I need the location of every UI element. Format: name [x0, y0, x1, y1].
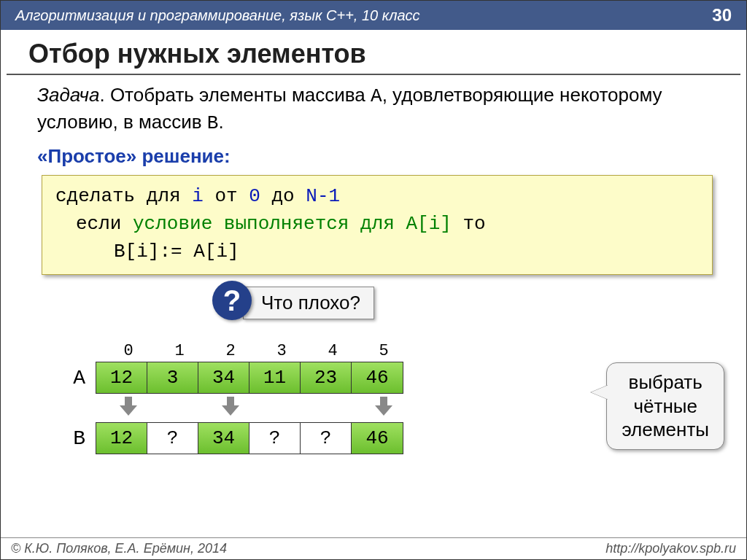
task-paragraph: Задача. Отобрать элементы массива A, удо… — [37, 82, 717, 136]
a-cell-1: 3 — [147, 362, 198, 393]
idx-0: 0 — [103, 342, 154, 360]
footer: © К.Ю. Поляков, Е.А. Ерёмин, 2014 http:/… — [1, 537, 746, 559]
speech-l3: элементы — [622, 418, 709, 442]
a-cell-3: 11 — [249, 362, 301, 393]
arrays-diagram: 0 1 2 3 4 5 A 12 3 34 11 23 46 — [37, 342, 717, 454]
idx-4: 4 — [307, 342, 358, 360]
b-cell-3: ? — [249, 423, 301, 454]
a-cell-2: 34 — [198, 362, 249, 393]
down-arrow-icon — [120, 397, 136, 414]
code-line-1: сделать для i от 0 до N-1 — [55, 183, 699, 211]
code-l1d: 0 — [249, 185, 260, 207]
task-arr-b: B — [207, 112, 219, 134]
course-title: Алгоритмизация и программирование, язык … — [15, 7, 420, 24]
index-row: 0 1 2 3 4 5 — [103, 342, 717, 360]
b-cell-4: ? — [301, 423, 352, 454]
content-area: Задача. Отобрать элементы массива A, удо… — [1, 75, 746, 454]
b-cell-0: 12 — [96, 423, 147, 454]
a-cell-4: 23 — [301, 362, 352, 393]
slide-title: Отбор нужных элементов — [7, 30, 740, 75]
page-number: 30 — [712, 5, 732, 26]
array-b-label: B — [37, 427, 96, 450]
subheading: «Простое» решение: — [37, 145, 717, 168]
question-mark-icon: ? — [212, 281, 252, 320]
code-line-3: B[i]:= A[i] — [55, 238, 699, 266]
code-l1c: от — [204, 185, 249, 207]
down-arrow-icon — [222, 397, 239, 414]
array-a-label: A — [37, 367, 96, 389]
code-l1f: N-1 — [306, 185, 340, 207]
down-arrow-icon — [376, 397, 392, 414]
code-l1b: i — [192, 185, 204, 207]
code-l2b: условие выполняется для A[i] — [133, 213, 452, 235]
a-cell-5: 46 — [352, 362, 403, 393]
copyright: © К.Ю. Поляков, Е.А. Ерёмин, 2014 — [11, 541, 227, 556]
code-l2a: если — [76, 213, 133, 235]
code-l3: B[i]:= A[i] — [114, 241, 239, 262]
idx-1: 1 — [154, 342, 205, 360]
task-t3: . — [218, 111, 223, 133]
speech-l2: чётные — [622, 394, 709, 419]
code-l2c: то — [452, 213, 486, 235]
code-l1a: сделать для — [55, 185, 192, 207]
slide: Алгоритмизация и программирование, язык … — [0, 0, 747, 560]
task-label: Задача — [37, 84, 99, 106]
code-l1e: до — [260, 185, 306, 207]
idx-5: 5 — [358, 342, 409, 360]
b-cell-5: 46 — [352, 423, 403, 454]
header-bar: Алгоритмизация и программирование, язык … — [1, 1, 746, 30]
question-text: Что плохо? — [243, 287, 374, 319]
speech-bubble: выбрать чётные элементы — [606, 362, 724, 450]
question-callout: ? Что плохо? — [37, 285, 717, 329]
code-box: сделать для i от 0 до N-1 если условие в… — [42, 175, 713, 275]
array-b-cells: 12 ? 34 ? ? 46 — [96, 422, 403, 454]
idx-3: 3 — [256, 342, 307, 360]
footer-url: http://kpolyakov.spb.ru — [605, 541, 736, 556]
task-t1: . Отобрать элементы массива — [99, 84, 371, 106]
array-a-cells: 12 3 34 11 23 46 — [96, 362, 403, 394]
speech-l1: выбрать — [622, 370, 709, 394]
b-cell-2: 34 — [198, 423, 249, 454]
a-cell-0: 12 — [96, 362, 147, 393]
task-arr-a: A — [371, 85, 382, 107]
code-line-2: если условие выполняется для A[i] то — [55, 211, 699, 238]
b-cell-1: ? — [147, 423, 198, 454]
idx-2: 2 — [205, 342, 256, 360]
